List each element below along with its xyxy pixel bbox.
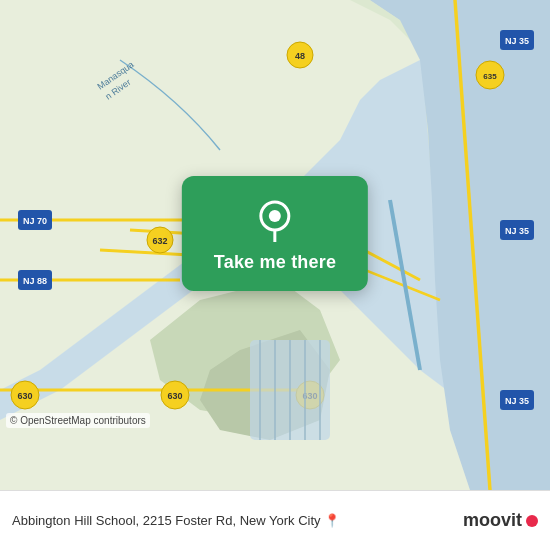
map-container: Manasqua n River NJ 35 NJ 35 NJ 35 NJ 70… xyxy=(0,0,550,490)
take-me-there-button[interactable]: Take me there xyxy=(214,252,336,273)
destination-card[interactable]: Take me there xyxy=(182,176,368,291)
location-label: Abbington Hill School, 2215 Foster Rd, N… xyxy=(12,513,463,528)
moovit-dot-icon xyxy=(526,515,538,527)
bottom-bar: Abbington Hill School, 2215 Foster Rd, N… xyxy=(0,490,550,550)
location-text: Abbington Hill School, 2215 Foster Rd, N… xyxy=(12,513,321,528)
moovit-text: moovit xyxy=(463,510,522,531)
map-overlay: Take me there xyxy=(182,176,368,291)
svg-text:NJ 70: NJ 70 xyxy=(23,216,47,226)
svg-text:NJ 35: NJ 35 xyxy=(505,36,529,46)
svg-text:632: 632 xyxy=(152,236,167,246)
svg-text:630: 630 xyxy=(167,391,182,401)
svg-text:48: 48 xyxy=(295,51,305,61)
svg-point-47 xyxy=(269,210,281,222)
map-copyright: © OpenStreetMap contributors xyxy=(6,413,150,428)
moovit-logo: moovit xyxy=(463,510,538,531)
pin-emoji: 📍 xyxy=(324,513,340,528)
location-pin-icon xyxy=(253,198,297,242)
svg-text:635: 635 xyxy=(483,72,497,81)
svg-text:NJ 35: NJ 35 xyxy=(505,226,529,236)
svg-text:630: 630 xyxy=(17,391,32,401)
svg-text:NJ 88: NJ 88 xyxy=(23,276,47,286)
svg-text:NJ 35: NJ 35 xyxy=(505,396,529,406)
